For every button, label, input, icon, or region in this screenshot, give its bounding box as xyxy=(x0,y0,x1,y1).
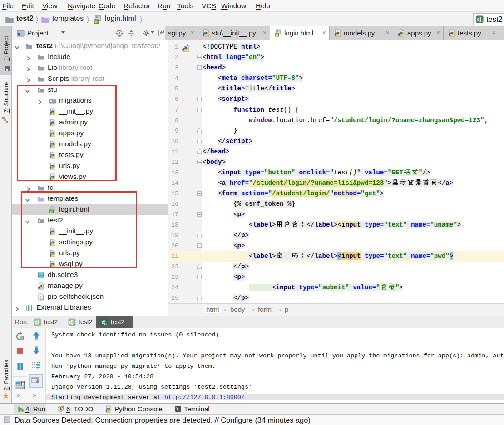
svg-text:dj: dj xyxy=(35,320,39,325)
svg-text:dj: dj xyxy=(69,320,74,325)
svg-text:dj: dj xyxy=(102,320,106,325)
svg-text:H: H xyxy=(95,20,97,24)
svg-text:H: H xyxy=(276,33,278,36)
svg-text:{}: {} xyxy=(39,296,44,300)
svg-text:dj: dj xyxy=(477,17,481,22)
